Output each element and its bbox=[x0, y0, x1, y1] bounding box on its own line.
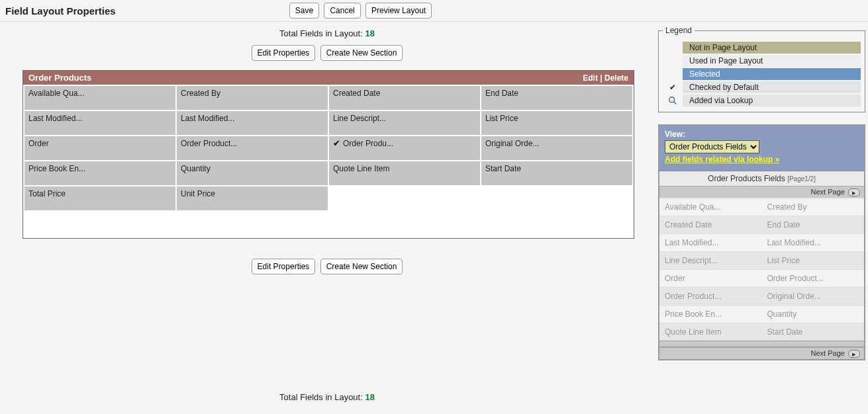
palette-field[interactable]: List Price bbox=[762, 251, 865, 269]
legend-not-in-layout: Not in Page Layout bbox=[683, 42, 861, 54]
palette-field[interactable]: Line Descript... bbox=[659, 251, 762, 269]
field-cell[interactable]: Last Modified... bbox=[24, 111, 175, 135]
palette-title: Order Products Fields [Page1/2] bbox=[659, 171, 864, 186]
create-section-button-bottom[interactable]: Create New Section bbox=[320, 259, 403, 274]
next-page-icon[interactable]: ▸ bbox=[848, 188, 860, 196]
legend-title: Legend bbox=[663, 26, 695, 35]
field-cell[interactable]: End Date bbox=[481, 86, 632, 110]
palette-field[interactable]: Created By bbox=[762, 198, 865, 216]
field-label: Created Date bbox=[333, 89, 380, 98]
next-page-icon-bottom[interactable]: ▸ bbox=[848, 350, 860, 358]
palette-field[interactable]: Quantity bbox=[762, 305, 865, 323]
field-cell[interactable]: Created Date bbox=[329, 86, 480, 110]
section-header: Order Products Edit | Delete bbox=[23, 71, 634, 85]
section-drop-zone[interactable] bbox=[23, 212, 634, 238]
field-label: List Price bbox=[485, 114, 518, 123]
field-cell[interactable]: Original Orde... bbox=[481, 136, 632, 160]
edit-properties-button[interactable]: Edit Properties bbox=[252, 45, 316, 61]
field-cell[interactable]: Quantity bbox=[177, 161, 328, 185]
palette-field[interactable]: Order Product... bbox=[762, 269, 865, 287]
view-label: View: bbox=[665, 130, 859, 139]
palette-field[interactable]: Start Date bbox=[762, 323, 865, 341]
section-buttons-bottom: Edit Properties Create New Section bbox=[3, 239, 651, 284]
field-cell[interactable]: Quote Line Item bbox=[329, 161, 480, 185]
field-label: Order Product... bbox=[181, 139, 237, 148]
field-cell[interactable]: Order Product... bbox=[177, 136, 328, 160]
legend-selected: Selected bbox=[683, 68, 861, 80]
svg-line-1 bbox=[674, 102, 677, 104]
legend-swatch-used bbox=[663, 55, 683, 67]
field-cell[interactable]: Start Date bbox=[481, 161, 632, 185]
palette-title-text: Order Products Fields bbox=[708, 174, 785, 183]
field-label: Total Price bbox=[28, 189, 66, 198]
section-title: Order Products bbox=[28, 73, 91, 83]
field-cell[interactable]: Order bbox=[24, 136, 175, 160]
field-cell[interactable]: Unit Price bbox=[177, 186, 328, 210]
preview-layout-button[interactable]: Preview Layout bbox=[365, 3, 432, 19]
legend-swatch-selected bbox=[663, 68, 683, 80]
section-edit-link[interactable]: Edit bbox=[583, 73, 598, 83]
total-label: Total Fields in Layout: bbox=[279, 28, 363, 38]
palette-nav-top: Next Page ▸ bbox=[659, 186, 864, 198]
field-cell[interactable]: ✔Order Produ... bbox=[329, 136, 480, 160]
field-cell[interactable]: Available Qua... bbox=[24, 86, 175, 110]
view-select[interactable]: Order Products Fields bbox=[665, 140, 759, 153]
section-actions: Edit | Delete bbox=[583, 73, 628, 83]
sidebar: Legend Not in Page Layout Used in Page L… bbox=[651, 26, 865, 360]
field-label: Quantity bbox=[181, 164, 211, 173]
legend-added-via-lookup: Added via Lookup bbox=[683, 95, 861, 106]
field-cell[interactable]: Total Price bbox=[24, 186, 175, 210]
section-buttons-top: Edit Properties Create New Section bbox=[3, 41, 651, 70]
legend-box: Legend Not in Page Layout Used in Page L… bbox=[658, 26, 865, 112]
header-bar: Field Layout Properties Save Cancel Prev… bbox=[0, 0, 868, 22]
next-page-bottom[interactable]: Next Page bbox=[811, 349, 845, 357]
palette-field[interactable]: Price Book En... bbox=[659, 305, 762, 323]
field-label: Last Modified... bbox=[181, 114, 234, 123]
field-palette: View: Order Products Fields Add fields r… bbox=[658, 124, 865, 360]
field-cell[interactable]: Price Book En... bbox=[24, 161, 175, 185]
check-icon: ✔ bbox=[333, 139, 340, 147]
section-order-products: Order Products Edit | Delete Available Q… bbox=[23, 70, 634, 239]
field-label: Created By bbox=[181, 89, 220, 98]
field-label: Price Book En... bbox=[28, 164, 85, 173]
field-cell[interactable]: Line Descript... bbox=[329, 111, 480, 135]
palette-field[interactable]: Order Product... bbox=[659, 287, 762, 305]
legend-swatch-not bbox=[663, 42, 683, 54]
create-section-button[interactable]: Create New Section bbox=[320, 45, 403, 61]
palette-field[interactable]: Quote Line Item bbox=[659, 323, 762, 341]
field-cell[interactable]: Last Modified... bbox=[177, 111, 328, 135]
palette-page-info: [Page1/2] bbox=[787, 175, 816, 183]
total-label-bottom: Total Fields in Layout: bbox=[279, 392, 363, 402]
next-page-top[interactable]: Next Page bbox=[811, 188, 845, 196]
save-button[interactable]: Save bbox=[289, 3, 319, 19]
section-delete-link[interactable]: Delete bbox=[604, 73, 628, 83]
edit-properties-button-bottom[interactable]: Edit Properties bbox=[252, 259, 316, 274]
palette-field[interactable]: End Date bbox=[762, 216, 865, 233]
palette-field[interactable]: Created Date bbox=[659, 216, 762, 233]
total-fields-bottom: Total Fields in Layout: 18 bbox=[3, 390, 651, 405]
field-cell[interactable]: Created By bbox=[177, 86, 328, 110]
page-title: Field Layout Properties bbox=[5, 5, 116, 17]
legend-checked-default: Checked by Default bbox=[683, 81, 861, 93]
field-cell[interactable]: List Price bbox=[481, 111, 632, 135]
palette-field[interactable]: Order bbox=[659, 269, 762, 287]
total-count: 18 bbox=[365, 28, 374, 38]
palette-view-bar: View: Order Products Fields Add fields r… bbox=[659, 126, 864, 171]
palette-field[interactable]: Available Qua... bbox=[659, 198, 762, 216]
cancel-button[interactable]: Cancel bbox=[324, 3, 360, 19]
palette-field[interactable]: Original Orde... bbox=[762, 287, 865, 305]
total-fields-top: Total Fields in Layout: 18 bbox=[3, 26, 651, 41]
palette-field[interactable]: Last Modified... bbox=[762, 233, 865, 251]
field-label: Line Descript... bbox=[333, 114, 386, 123]
field-label: Original Orde... bbox=[485, 139, 539, 148]
svg-point-0 bbox=[669, 97, 675, 103]
field-label: End Date bbox=[485, 89, 518, 98]
palette-field[interactable]: Last Modified... bbox=[659, 233, 762, 251]
field-label: Quote Line Item bbox=[333, 164, 389, 173]
field-label: Last Modified... bbox=[28, 114, 82, 123]
add-lookup-link[interactable]: Add fields related via lookup » bbox=[665, 155, 779, 164]
palette-divider bbox=[659, 341, 864, 347]
total-count-bottom: 18 bbox=[365, 392, 374, 402]
layout-editor: Total Fields in Layout: 18 Edit Properti… bbox=[3, 26, 651, 405]
field-grid: Available Qua...Created ByCreated DateEn… bbox=[23, 85, 634, 212]
